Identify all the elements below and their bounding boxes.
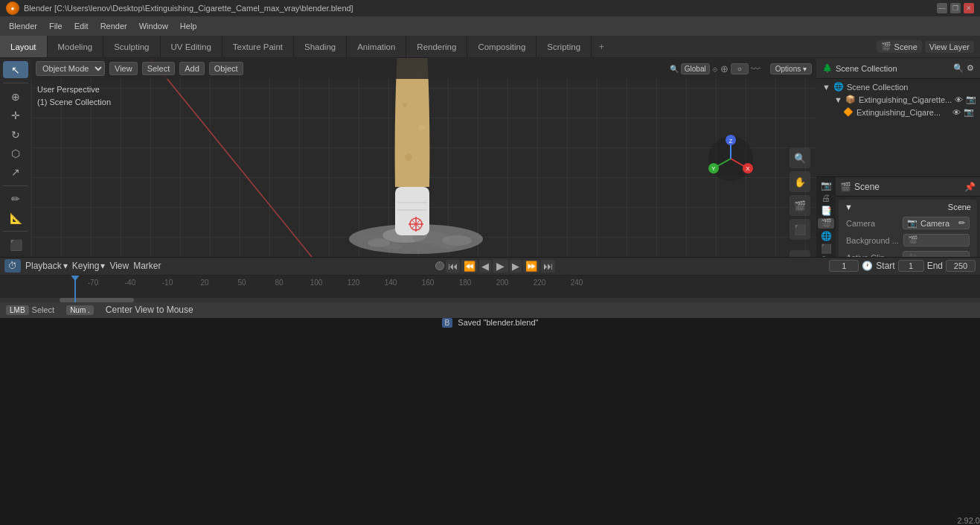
viewlayer-selector[interactable]: View Layer xyxy=(925,41,974,53)
timeline-body[interactable]: -70 -40 -10 20 50 80 100 120 140 160 180… xyxy=(0,276,980,302)
numpad-dot-key: Num . xyxy=(66,305,94,315)
zoom-to-fit-button[interactable]: 🔍 xyxy=(790,147,810,168)
tab-uv-editing[interactable]: UV Editing xyxy=(161,36,222,57)
tool-scale[interactable]: ⬡ xyxy=(3,144,28,162)
props-pin-icon[interactable]: 📌 xyxy=(964,182,976,192)
prop-icon-render[interactable]: 📷 xyxy=(818,180,834,191)
menu-help[interactable]: Help xyxy=(174,20,203,32)
menu-render[interactable]: Render xyxy=(95,20,133,32)
tool-cursor[interactable]: ⊕ xyxy=(3,88,28,105)
tab-compositing[interactable]: Compositing xyxy=(467,36,537,57)
outliner-search-icon[interactable]: 🔍 xyxy=(953,63,964,73)
tool-select[interactable]: ↖ xyxy=(3,61,28,78)
camera-row: Camera 📷 Camera ✏ xyxy=(839,214,977,232)
tool-annotate[interactable]: ✏ xyxy=(3,191,28,208)
visibility-icon-1[interactable]: 👁 xyxy=(955,95,963,104)
prop-icon-scene[interactable]: 🎬 xyxy=(818,218,834,229)
tab-scripting[interactable]: Scripting xyxy=(537,36,592,57)
close-button[interactable]: ✕ xyxy=(964,3,974,13)
tool-move[interactable]: ✛ xyxy=(3,107,28,124)
tool-rotate[interactable]: ↻ xyxy=(3,126,28,143)
tab-add-button[interactable]: + xyxy=(592,39,612,55)
tool-transform[interactable]: ↗ xyxy=(3,164,28,181)
viewport-grid xyxy=(31,58,816,257)
outliner-header: 🌲 Scene Collection 🔍 ⚙ xyxy=(816,58,980,79)
render-icon-2[interactable]: 📷 xyxy=(964,107,974,117)
tab-animation[interactable]: Animation xyxy=(347,36,406,57)
tab-rendering[interactable]: Rendering xyxy=(406,36,467,57)
playback-menu[interactable]: Playback ▾ xyxy=(25,261,68,271)
camera-edit-icon[interactable]: ✏ xyxy=(958,218,965,228)
timeline-scrollbar[interactable] xyxy=(0,298,980,302)
next-frame-button[interactable]: ▶ xyxy=(510,260,522,273)
camera-value[interactable]: 📷 Camera ✏ xyxy=(903,217,970,229)
timeline-scroll-thumb[interactable] xyxy=(60,298,134,302)
camera-value-icon: 📷 xyxy=(907,218,917,228)
prop-icon-object[interactable]: ⬛ xyxy=(818,244,834,254)
outliner-item-scene-collection[interactable]: ▼ 🌐 Scene Collection xyxy=(819,80,977,93)
jump-start-button[interactable]: ⏮ xyxy=(446,260,460,273)
axis-gizmo[interactable]: Z X Y xyxy=(705,133,757,185)
outliner-item-2[interactable]: 🔶 Extinguishing_Cigare... 👁 📷 xyxy=(840,106,977,118)
menu-window[interactable]: Window xyxy=(133,20,174,32)
menu-blender[interactable]: Blender xyxy=(3,20,43,32)
tab-layout[interactable]: Layout xyxy=(0,36,48,57)
playback-controls: ⏮ ⏪ ◀ ▶ ▶ ⏩ ⏭ xyxy=(435,259,555,273)
render-icon-1[interactable]: 📷 xyxy=(966,95,976,104)
prop-icon-world[interactable]: 🌐 xyxy=(818,231,834,241)
menu-file[interactable]: File xyxy=(43,20,68,32)
object-menu[interactable]: Object xyxy=(209,62,243,75)
timeline-icon[interactable]: ⏱ xyxy=(4,259,21,273)
active-clip-value[interactable]: 🎥 xyxy=(903,251,970,257)
prev-frame-button[interactable]: ◀ xyxy=(479,260,491,273)
perspective-button[interactable]: ⬛ xyxy=(790,219,810,240)
current-frame-marker xyxy=(74,276,76,302)
title-bar: ● Blender [C:\Users\lenov\Desktop\Exting… xyxy=(0,0,980,16)
prop-icon-output[interactable]: 🖨 xyxy=(818,193,834,203)
orbit-button[interactable]: 🎬 xyxy=(790,195,810,216)
prev-keyframe-button[interactable]: ⏪ xyxy=(461,260,478,273)
outliner-filter-icon[interactable]: ⚙ xyxy=(967,63,974,73)
keying-menu[interactable]: Keying ▾ xyxy=(72,261,106,271)
play-button[interactable]: ▶ xyxy=(493,259,508,273)
start-frame-input[interactable] xyxy=(898,260,924,272)
status-bar: LMB Select Num . Center View to Mouse xyxy=(0,302,980,318)
view-menu-timeline[interactable]: View xyxy=(109,261,129,271)
camera-value-text: Camera xyxy=(920,219,949,228)
select-menu[interactable]: Select xyxy=(142,62,176,75)
local-view-button[interactable]: ⊞ xyxy=(790,250,810,257)
timeline: ⏱ Playback ▾ Keying ▾ View Marker ⏮ ⏪ ◀ … xyxy=(0,257,980,302)
props-panel-label: Scene xyxy=(854,182,880,192)
view-menu[interactable]: View xyxy=(109,62,138,75)
visibility-icon-2[interactable]: 👁 xyxy=(952,108,961,117)
marker-menu[interactable]: Marker xyxy=(133,261,161,271)
scene-selector[interactable]: 🎬 Scene xyxy=(877,40,922,53)
end-frame-input[interactable] xyxy=(946,260,976,272)
tool-add[interactable]: ⬛ xyxy=(3,236,28,253)
minimize-button[interactable]: — xyxy=(937,3,947,13)
background-value[interactable]: 🎬 xyxy=(903,234,970,246)
tool-measure[interactable]: 📐 xyxy=(3,209,28,226)
select-key: LMB xyxy=(6,305,29,315)
maximize-button[interactable]: ❐ xyxy=(950,3,961,13)
scene-sub-header[interactable]: ▼ Scene xyxy=(839,200,977,214)
object-mode-select[interactable]: Object Mode xyxy=(36,61,105,76)
next-keyframe-button[interactable]: ⏩ xyxy=(523,260,539,273)
tab-modeling[interactable]: Modeling xyxy=(48,36,104,57)
menu-edit[interactable]: Edit xyxy=(68,20,95,32)
outliner-item-1[interactable]: ▼ 📦 Extinguishing_Cigarette... 👁 📷 xyxy=(831,93,977,106)
add-menu[interactable]: Add xyxy=(179,62,205,75)
keyframe-dot[interactable] xyxy=(435,261,444,270)
prop-icon-view-layer[interactable]: 📑 xyxy=(818,206,834,216)
collection-label-2: Extinguishing_Cigare... xyxy=(856,108,941,117)
tab-shading[interactable]: Shading xyxy=(294,36,347,57)
viewport-right-controls: 🔍 ✋ 🎬 ⬛ ⊞ xyxy=(790,147,810,257)
current-frame-input[interactable] xyxy=(829,260,859,272)
jump-end-button[interactable]: ⏭ xyxy=(541,260,555,273)
tab-sculpting[interactable]: Sculpting xyxy=(103,36,160,57)
tab-texture-paint[interactable]: Texture Paint xyxy=(222,36,294,57)
pan-button[interactable]: ✋ xyxy=(790,171,810,192)
scene-sub-label: Scene xyxy=(948,203,971,211)
viewport[interactable]: Object Mode View Select Add Object 🔍 Glo… xyxy=(31,58,816,257)
timeline-num-n70: -70 xyxy=(74,279,112,287)
